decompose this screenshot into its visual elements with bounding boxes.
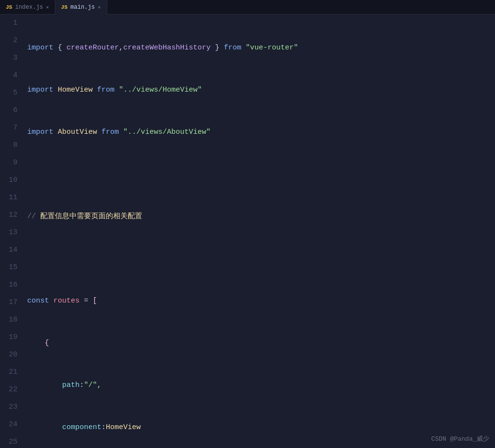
code-line: path:"/", (27, 377, 495, 394)
code-area[interactable]: import { createRouter,createWebHashHisto… (25, 15, 495, 448)
code-line: import HomeView from "../views/HomeView" (27, 81, 495, 99)
code-line: component:HomeView (27, 419, 495, 436)
tab-label: index.js (15, 4, 43, 11)
code-line (27, 166, 495, 183)
code-line: { (27, 335, 495, 352)
tab-main-js[interactable]: JS main.js ✕ (55, 0, 107, 15)
js-file-icon: JS (61, 4, 67, 10)
line-numbers: 1 2 3 4 5 6 7 8 9 10 11 12 13 14 15 16 1… (0, 15, 25, 448)
code-line: import AboutView from "../views/AboutVie… (27, 124, 495, 141)
code-line (27, 250, 495, 268)
tab-index-js[interactable]: JS index.js ✕ (0, 0, 55, 15)
code-line: import { createRouter,createWebHashHisto… (27, 39, 495, 57)
close-icon[interactable]: ✕ (46, 4, 49, 10)
code-line: // 配置信息中需要页面的相关配置 (27, 208, 495, 225)
js-file-icon: JS (6, 4, 12, 10)
code-line: const routes = [ (27, 292, 495, 310)
tab-label: main.js (70, 4, 95, 11)
editor: 1 2 3 4 5 6 7 8 9 10 11 12 13 14 15 16 1… (0, 15, 495, 448)
close-icon[interactable]: ✕ (98, 4, 100, 10)
tab-bar: JS index.js ✕ JS main.js ✕ (0, 0, 495, 15)
watermark: CSDN @Panda_威少 (431, 434, 489, 443)
